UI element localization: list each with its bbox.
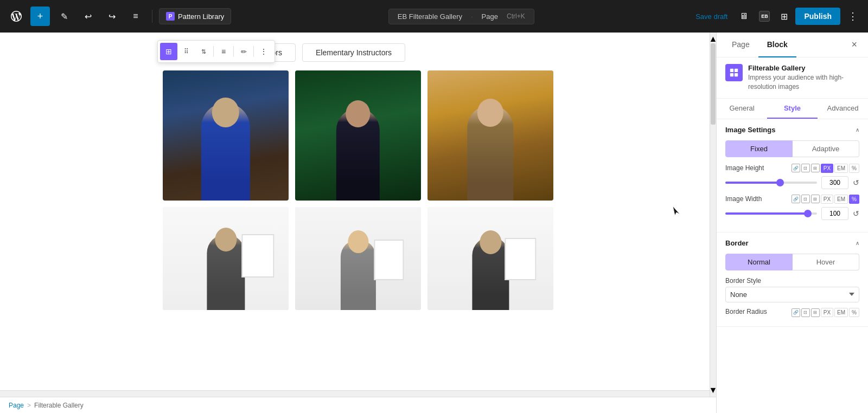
- tab-block[interactable]: Block: [758, 33, 796, 57]
- wordpress-logo[interactable]: [7, 7, 26, 26]
- image-settings-section: Image Settings ∧ Fixed Adaptive Image He…: [717, 119, 868, 233]
- breadcrumb-current: Filterable Gallery: [34, 402, 84, 409]
- save-draft-button[interactable]: Save draft: [691, 12, 732, 21]
- width-percent-button[interactable]: %: [849, 195, 859, 204]
- width-link-icon[interactable]: 🔗: [792, 195, 800, 203]
- height-percent-button[interactable]: %: [849, 164, 859, 173]
- gallery-grid: [0, 70, 716, 321]
- view-button[interactable]: 🖥: [736, 8, 751, 24]
- gallery-item-4: [163, 207, 289, 310]
- height-units: 🔗 ⊡ ⊟ PX EM %: [792, 164, 859, 173]
- radius-link-icon[interactable]: 🔗: [792, 308, 800, 317]
- keyboard-shortcut: Ctrl+K: [507, 12, 525, 20]
- vertical-scrollbar[interactable]: ▲ ▼: [710, 33, 716, 397]
- radius-percent-button[interactable]: %: [849, 308, 859, 317]
- normal-state-button[interactable]: Normal: [725, 254, 793, 270]
- canvas-area: ⊞ ⠿ ⇅ ≡ ✏ ⋮: [0, 33, 716, 413]
- height-em-button[interactable]: EM: [834, 164, 848, 173]
- tab-page[interactable]: Page: [723, 33, 758, 57]
- width-reset-button[interactable]: ↺: [853, 209, 859, 218]
- toolbar-separator-3: [253, 46, 254, 57]
- breadcrumb-bar: Page > Filterable Gallery: [0, 397, 716, 413]
- list-view-button[interactable]: ≡: [126, 7, 145, 26]
- scroll-thumb[interactable]: [711, 43, 716, 125]
- eb-icon: EB: [759, 11, 770, 22]
- settings-tab-general[interactable]: General: [717, 99, 767, 119]
- gallery-item-1: [163, 70, 289, 201]
- radius-px-button[interactable]: PX: [821, 308, 833, 317]
- settings-tab-advanced[interactable]: Advanced: [818, 99, 868, 119]
- settings-button[interactable]: ⊞: [777, 8, 791, 25]
- panel-close-button[interactable]: ×: [847, 35, 861, 55]
- toolbar-separator: [213, 46, 214, 57]
- hover-state-button[interactable]: Hover: [793, 254, 859, 270]
- image-width-slider-row: ↺: [725, 207, 859, 220]
- height-slider-fill: [725, 182, 780, 184]
- redo-button[interactable]: ↪: [102, 7, 122, 26]
- arrows-icon: ⇅: [201, 48, 206, 55]
- settings-tab-style[interactable]: Style: [767, 99, 818, 119]
- height-slider-track[interactable]: [725, 182, 817, 184]
- height-unlink-icon[interactable]: ⊡: [801, 164, 810, 172]
- breadcrumb-page-link[interactable]: Page: [9, 402, 24, 409]
- width-units: 🔗 ⊡ ⊟ PX EM %: [792, 195, 859, 204]
- image-height-section: Image Height 🔗 ⊡ ⊟ PX EM %: [725, 164, 859, 189]
- topbar: + ✎ ↩ ↪ ≡ P Pattern Library EB Filterabl…: [0, 0, 868, 33]
- width-px-button[interactable]: PX: [821, 195, 833, 204]
- width-slider-track[interactable]: [725, 212, 817, 215]
- height-slider-thumb[interactable]: [776, 179, 784, 186]
- pen-tool-button[interactable]: ✎: [54, 7, 74, 26]
- height-px-button[interactable]: PX: [821, 164, 833, 173]
- width-lock-icon[interactable]: ⊟: [811, 195, 820, 203]
- canvas-inner: ⊞ ⠿ ⇅ ≡ ✏ ⋮: [0, 33, 716, 413]
- scroll-up-button[interactable]: ▲: [711, 37, 716, 41]
- height-link-icon[interactable]: 🔗: [792, 164, 800, 172]
- plus-icon: +: [37, 11, 43, 22]
- height-value-input[interactable]: [821, 176, 848, 189]
- radius-lock-icon[interactable]: ⊟: [811, 308, 820, 317]
- width-value-input[interactable]: [821, 207, 848, 220]
- settings-tabs: General Style Advanced: [717, 99, 868, 119]
- border-section-header[interactable]: Border ∧: [725, 239, 859, 247]
- radius-em-button[interactable]: EM: [834, 308, 848, 317]
- add-block-button[interactable]: +: [30, 7, 50, 26]
- border-section: Border ∧ Normal Hover Border Style None: [717, 233, 868, 327]
- panel-tabs: Page Block ×: [717, 33, 868, 57]
- image-width-label: Image Width: [725, 195, 762, 203]
- topbar-center: EB Filterable Gallery · Page Ctrl+K: [235, 9, 687, 24]
- block-more-button[interactable]: ⋮: [255, 43, 272, 60]
- filter-elementary-button[interactable]: Elementary Instructors: [302, 43, 405, 62]
- image-settings-header[interactable]: Image Settings ∧: [725, 126, 859, 134]
- radius-unlink-icon[interactable]: ⊡: [801, 308, 810, 317]
- fixed-size-button[interactable]: Fixed: [725, 140, 793, 157]
- publish-button[interactable]: Publish: [795, 8, 840, 25]
- width-unlink-icon[interactable]: ⊡: [801, 195, 810, 203]
- move-up-down-button[interactable]: ⇅: [195, 43, 212, 60]
- align-button[interactable]: ≡: [215, 43, 232, 60]
- border-radius-label-row: Border Radius 🔗 ⊡ ⊟ PX EM %: [725, 308, 859, 318]
- more-icon: ⋮: [848, 10, 858, 22]
- undo-icon: ↩: [85, 11, 92, 22]
- more-options-button[interactable]: ⋮: [845, 7, 861, 25]
- height-reset-button[interactable]: ↺: [853, 178, 859, 187]
- redo-icon: ↪: [108, 11, 116, 22]
- block-name: Filterable Gallery: [748, 64, 859, 72]
- block-info: Filterable Gallery Impress your audience…: [717, 57, 868, 99]
- adaptive-size-button[interactable]: Adaptive: [793, 140, 859, 157]
- pattern-library-button[interactable]: P Pattern Library: [159, 8, 231, 24]
- block-type-button[interactable]: ⊞: [160, 43, 177, 60]
- page-type: Page: [482, 12, 498, 21]
- edit-button[interactable]: ✏: [235, 43, 252, 60]
- width-slider-thumb[interactable]: [804, 210, 812, 217]
- page-name-bar[interactable]: EB Filterable Gallery · Page Ctrl+K: [388, 9, 534, 24]
- eb-plugin-button[interactable]: EB: [756, 8, 773, 25]
- width-em-button[interactable]: EM: [834, 195, 848, 204]
- monitor-icon: 🖥: [739, 11, 748, 21]
- drag-handle-button[interactable]: ⠿: [177, 43, 195, 60]
- horizontal-scrollbar[interactable]: [0, 390, 710, 397]
- scroll-down-button[interactable]: ▼: [711, 388, 716, 392]
- border-style-select[interactable]: None Solid Dashed Dotted Double: [725, 287, 859, 302]
- undo-button[interactable]: ↩: [78, 7, 98, 26]
- height-lock-icon[interactable]: ⊟: [811, 164, 820, 172]
- topbar-right: Save draft 🖥 EB ⊞ Publish ⋮: [691, 7, 861, 25]
